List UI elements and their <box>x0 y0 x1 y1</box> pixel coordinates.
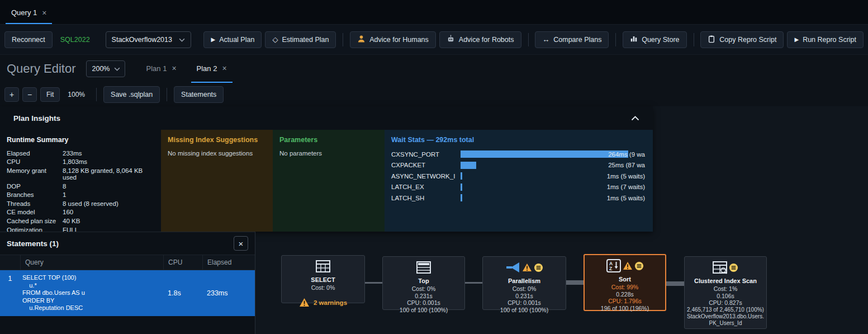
close-icon: × <box>239 239 244 248</box>
runtime-row: CE model160 <box>0 208 161 217</box>
node-elapsed: 0.231s <box>515 293 533 300</box>
node-cost: Cost: 99% <box>611 284 638 291</box>
warning-icon <box>623 261 633 271</box>
bar-chart-icon <box>630 35 638 44</box>
database-select[interactable]: StackOverflow2013 <box>106 31 192 48</box>
zoom-in-button[interactable]: + <box>4 87 19 102</box>
tab-plan-1[interactable]: Plan 1 × <box>141 55 182 83</box>
plan-node-parallelism[interactable]: Parallelism Cost: 0% 0.231s CPU: 0.001s … <box>482 256 566 310</box>
wait-name: LATCH_SH <box>391 195 461 201</box>
query-tab-bar: Query 1 × <box>0 0 868 25</box>
node-cost: Cost: 0% <box>311 284 335 291</box>
result-grid-icon <box>316 260 330 274</box>
editor-zoom-value: 200% <box>92 65 110 73</box>
plan-canvas[interactable]: SELECT Cost: 0% 2 warnings Top Cost: 0% … <box>0 106 868 334</box>
toolbar-separator <box>167 88 167 101</box>
plan-node-sort[interactable]: AZ Sort Cost: 99% 0.228s CPU: 1.796s 196… <box>584 254 666 311</box>
runtime-value: 1,803ms <box>63 158 87 165</box>
statement-number: 1 <box>0 270 20 316</box>
plan-edge <box>565 280 585 285</box>
close-statements-button[interactable]: × <box>234 236 248 251</box>
wait-bar <box>461 184 462 191</box>
chevron-down-icon <box>114 65 120 73</box>
run-repro-script-button[interactable]: ▶Run Repro Script <box>787 31 864 48</box>
wait-bar <box>461 150 628 158</box>
node-label: SELECT <box>311 276 335 283</box>
wait-value: 1ms (5 waits) <box>607 194 645 202</box>
runtime-value: 160 <box>63 209 73 215</box>
close-icon[interactable]: × <box>172 65 176 71</box>
estimated-plan-button[interactable]: ◇Estimated Plan <box>265 31 336 48</box>
reconnect-label: Reconnect <box>12 36 45 44</box>
query-store-button[interactable]: Query Store <box>623 31 686 48</box>
advice-for-humans-button[interactable]: Advice for Humans <box>350 31 436 48</box>
advice-for-robots-button[interactable]: Advice for Robots <box>439 31 521 48</box>
runtime-label: Memory grant <box>7 167 63 181</box>
statement-cpu: 1.8s <box>163 270 202 316</box>
runtime-row: Memory grant8,128 KB granted, 8,064 KB u… <box>0 166 161 182</box>
chevron-up-icon <box>631 114 639 123</box>
node-cpu: CPU: 0.827s <box>709 299 742 307</box>
wait-bar <box>461 194 462 201</box>
runtime-value: 1 <box>63 191 66 198</box>
save-sqlplan-button[interactable]: Save .sqlplan <box>103 86 160 103</box>
plan-node-clustered-index-scan[interactable]: Clustered Index Scan Cost: 1% 0.106s CPU… <box>684 256 767 329</box>
plan-edge <box>364 282 383 284</box>
copy-repro-script-button[interactable]: Copy Repro Script <box>700 31 784 48</box>
zoom-toolbar: + − Fit 100% Save .sqlplan Statements <box>0 83 868 106</box>
collapse-panel-button[interactable] <box>627 110 643 126</box>
query-tab-label: Query 1 <box>11 8 37 17</box>
parameters-empty-text: No parameters <box>273 149 385 158</box>
statements-button[interactable]: Statements <box>174 86 224 103</box>
toolbar-separator <box>96 88 97 101</box>
runtime-row: Cached plan size40 KB <box>0 217 161 225</box>
node-rows: 100 of 100 (100%) <box>400 307 448 314</box>
close-icon[interactable]: × <box>42 10 46 16</box>
editor-zoom-select[interactable]: 200% <box>86 60 125 77</box>
runtime-row: Threads8 used (8 reserved) <box>0 199 161 208</box>
plan-edge <box>665 281 685 286</box>
runtime-label: Cached plan size <box>7 218 63 224</box>
top-operator-icon <box>416 261 431 275</box>
actual-plan-button[interactable]: ▶Actual Plan <box>203 31 262 48</box>
wait-name: CXSYNC_PORT <box>391 151 461 158</box>
compare-plans-button[interactable]: ↔Compare Plans <box>535 31 609 48</box>
node-cpu: CPU: 0.001s <box>407 299 440 307</box>
warning-icon <box>522 263 532 273</box>
reconnect-button[interactable]: Reconnect <box>4 31 53 48</box>
node-label: Sort <box>619 276 631 283</box>
node-object: StackOverflow2013.dbo.Users. <box>687 313 764 320</box>
runtime-label: DOP <box>7 183 63 190</box>
statements-table-header: Query CPU Elapsed <box>0 255 255 270</box>
tab-plan-2[interactable]: Plan 2 × <box>191 55 233 83</box>
plan-node-top[interactable]: Top Cost: 0% 0.231s CPU: 0.001s 100 of 1… <box>382 256 465 310</box>
runtime-row: CPU1,803ms <box>0 158 161 167</box>
plan-edge <box>464 282 483 284</box>
query-store-label: Query Store <box>642 36 679 44</box>
plan-insights-panel: Plan Insights Runtime Summary Elapsed233… <box>0 106 653 232</box>
toolbar-separator <box>528 33 529 46</box>
wait-stats-title: Wait Stats — 292ms total <box>385 134 653 149</box>
runtime-row: Elapsed233ms <box>0 149 161 158</box>
plan-tab-label: Plan 1 <box>146 64 167 73</box>
plan-node-select[interactable]: SELECT Cost: 0% 2 warnings <box>281 255 365 303</box>
zoom-out-button[interactable]: − <box>22 87 37 102</box>
zoom-level-label: 100% <box>68 91 85 98</box>
statement-row[interactable]: 1 SELECT TOP (100) u.* FROM dbo.Users AS… <box>0 270 255 316</box>
wait-bar-track: 264ms (9 wa <box>461 150 646 158</box>
wait-bar <box>461 172 462 180</box>
tab-query-1[interactable]: Query 1 × <box>6 3 52 24</box>
plan-tab-label: Plan 2 <box>197 64 217 73</box>
play-icon: ▶ <box>794 37 799 43</box>
close-icon[interactable]: × <box>222 65 226 71</box>
statement-elapsed: 233ms <box>202 270 255 316</box>
node-elapsed: 0.106s <box>717 293 734 300</box>
page-title: Query Editor <box>7 62 76 76</box>
server-name-label: SQL2022 <box>60 36 90 44</box>
runtime-value: 8 used (8 reserved) <box>63 200 118 207</box>
fit-button[interactable]: Fit <box>40 87 60 102</box>
compare-arrows-icon: ↔ <box>542 36 549 43</box>
svg-text:A: A <box>609 261 613 266</box>
wait-stat-row: CXPACKET 25ms (87 wa <box>385 160 653 171</box>
compare-plans-label: Compare Plans <box>553 36 601 44</box>
